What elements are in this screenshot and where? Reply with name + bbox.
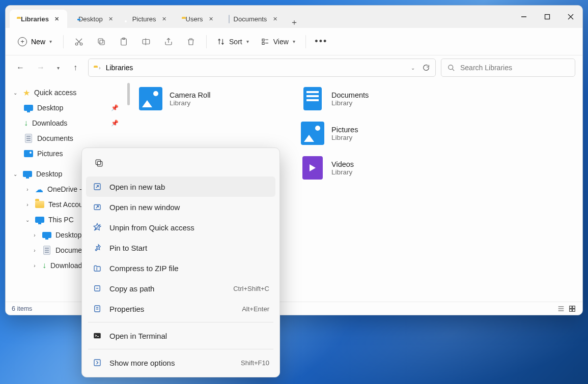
menu-label: Compress to ZIP file bbox=[109, 264, 179, 273]
copy-button[interactable] bbox=[91, 33, 111, 51]
refresh-button[interactable] bbox=[422, 64, 430, 72]
svg-rect-12 bbox=[262, 39, 264, 41]
item-name: Videos bbox=[331, 160, 354, 168]
menu-properties[interactable]: Properties Alt+Enter bbox=[86, 299, 275, 319]
cut-button[interactable] bbox=[69, 33, 89, 51]
menu-compress-zip[interactable]: Compress to ZIP file bbox=[86, 258, 275, 278]
svg-rect-32 bbox=[95, 306, 100, 312]
menu-unpin-quick-access[interactable]: Unpin from Quick access bbox=[86, 217, 275, 238]
tab-users[interactable]: Users ✕ bbox=[175, 10, 221, 28]
close-icon[interactable]: ✕ bbox=[160, 15, 169, 23]
address-bar[interactable]: › Libraries ⌄ bbox=[88, 58, 436, 77]
chevron-right-icon[interactable]: › bbox=[24, 187, 31, 192]
menu-pin-start[interactable]: Pin to Start bbox=[86, 238, 275, 258]
sidebar-item-label: Desktop bbox=[37, 104, 63, 112]
chevron-right-icon[interactable]: › bbox=[31, 248, 38, 253]
menu-show-more-options[interactable]: Show more options Shift+F10 bbox=[86, 352, 275, 373]
search-box[interactable] bbox=[441, 58, 575, 77]
folder-icon bbox=[35, 200, 44, 209]
back-button[interactable]: ← bbox=[13, 60, 28, 75]
chevron-right-icon[interactable]: › bbox=[31, 232, 38, 238]
show-more-icon bbox=[92, 358, 102, 368]
new-tab-button[interactable]: ＋ bbox=[285, 17, 303, 28]
sidebar-quick-access[interactable]: ⌄ ★ Quick access bbox=[9, 85, 124, 100]
maximize-button[interactable] bbox=[536, 6, 559, 28]
sidebar-item-label: Desktop bbox=[36, 170, 62, 178]
chevron-down-icon[interactable]: ⌄ bbox=[24, 217, 31, 223]
share-button[interactable] bbox=[158, 33, 179, 51]
sidebar-item-label: Pictures bbox=[37, 150, 63, 158]
pin-icon: 📌 bbox=[111, 120, 119, 127]
tab-desktop[interactable]: Desktop ✕ bbox=[67, 10, 121, 28]
chevron-right-icon[interactable]: › bbox=[31, 263, 38, 269]
svg-rect-22 bbox=[573, 306, 575, 308]
details-view-button[interactable] bbox=[557, 305, 565, 313]
document-icon bbox=[301, 87, 324, 110]
download-icon: ↓ bbox=[42, 261, 46, 270]
chevron-down-icon[interactable]: ⌄ bbox=[12, 90, 19, 96]
close-icon[interactable]: ✕ bbox=[53, 15, 61, 23]
library-item-camera-roll[interactable]: Camera Roll Library bbox=[139, 87, 292, 110]
chevron-down-icon[interactable]: ⌄ bbox=[411, 65, 415, 71]
library-item-pictures[interactable]: Pictures Library bbox=[301, 122, 454, 145]
chevron-right-icon[interactable]: › bbox=[24, 202, 31, 208]
menu-open-new-window[interactable]: Open in new window bbox=[86, 197, 275, 217]
forward-button[interactable]: → bbox=[33, 60, 48, 75]
recent-locations-button[interactable]: ▾ bbox=[53, 60, 63, 75]
navigation-row: ← → ▾ ↑ › Libraries ⌄ bbox=[6, 55, 582, 80]
view-icon bbox=[261, 38, 269, 46]
chevron-down-icon[interactable]: ⌄ bbox=[12, 171, 19, 177]
more-button[interactable]: ••• bbox=[311, 33, 331, 51]
sidebar-item-desktop[interactable]: Desktop 📌 bbox=[9, 100, 124, 115]
tab-libraries[interactable]: Libraries ✕ bbox=[10, 10, 67, 28]
svg-rect-35 bbox=[94, 333, 101, 339]
sort-icon bbox=[217, 38, 225, 46]
tab-documents[interactable]: Documents ✕ bbox=[221, 10, 286, 28]
sort-button[interactable]: Sort ▾ bbox=[212, 35, 254, 49]
close-icon[interactable]: ✕ bbox=[207, 15, 215, 23]
svg-rect-10 bbox=[143, 39, 150, 44]
up-button[interactable]: ↑ bbox=[68, 60, 83, 75]
svg-line-17 bbox=[452, 69, 454, 71]
copy-button[interactable] bbox=[89, 154, 108, 171]
svg-rect-26 bbox=[96, 160, 101, 165]
svg-rect-24 bbox=[573, 309, 575, 311]
menu-copy-as-path[interactable]: Copy as path Ctrl+Shift+C bbox=[86, 278, 275, 299]
sidebar-item-label: This PC bbox=[48, 216, 74, 224]
close-icon[interactable]: ✕ bbox=[271, 15, 279, 23]
svg-rect-13 bbox=[262, 42, 264, 44]
breadcrumb-item[interactable]: Libraries bbox=[106, 64, 133, 72]
terminal-icon bbox=[92, 331, 102, 341]
menu-shortcut: Ctrl+Shift+C bbox=[233, 285, 269, 292]
copy-path-icon bbox=[92, 283, 102, 293]
library-item-documents[interactable]: Documents Library bbox=[301, 87, 454, 110]
view-label: View bbox=[273, 38, 289, 46]
library-item-videos[interactable]: Videos Library bbox=[301, 156, 454, 180]
view-button[interactable]: View ▾ bbox=[256, 35, 300, 49]
menu-label: Open in new tab bbox=[109, 183, 165, 191]
menu-open-terminal[interactable]: Open in Terminal bbox=[86, 326, 275, 346]
new-button[interactable]: + New ▾ bbox=[12, 34, 58, 49]
paste-button[interactable] bbox=[114, 33, 134, 51]
sidebar-item-label: Downloads bbox=[32, 119, 67, 127]
item-type: Library bbox=[170, 99, 211, 107]
sidebar-item-documents[interactable]: Documents bbox=[9, 131, 124, 146]
tab-pictures[interactable]: Pictures ✕ bbox=[121, 10, 175, 28]
close-icon[interactable]: ✕ bbox=[107, 15, 115, 23]
minimize-button[interactable] bbox=[512, 6, 536, 28]
star-icon: ★ bbox=[23, 88, 30, 98]
separator bbox=[206, 35, 207, 48]
search-input[interactable] bbox=[460, 64, 569, 72]
large-icons-view-button[interactable] bbox=[568, 305, 576, 313]
delete-button[interactable] bbox=[181, 33, 201, 51]
sidebar-item-label: Desktop bbox=[55, 231, 81, 239]
picture-icon bbox=[301, 122, 324, 145]
pin-icon bbox=[92, 243, 102, 253]
sidebar-item-downloads[interactable]: ↓ Downloads 📌 bbox=[9, 115, 124, 131]
picture-icon bbox=[139, 87, 162, 110]
item-name: Documents bbox=[331, 91, 369, 99]
close-button[interactable] bbox=[559, 6, 582, 28]
rename-button[interactable] bbox=[136, 33, 156, 51]
menu-open-new-tab[interactable]: Open in new tab bbox=[86, 176, 275, 197]
tab-label: Users bbox=[186, 15, 203, 23]
